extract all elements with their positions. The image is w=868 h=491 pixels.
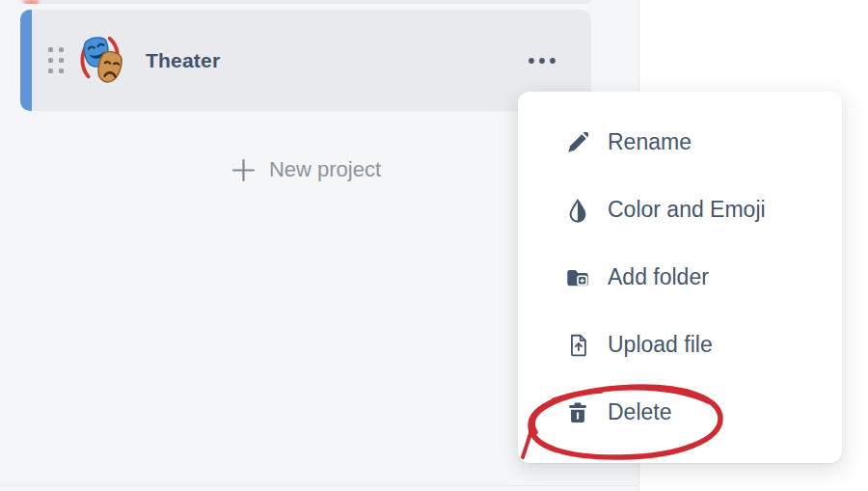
menu-item-color-and-emoji[interactable]: Color and Emoji xyxy=(518,177,842,244)
plus-icon xyxy=(231,157,257,183)
file-upload-icon xyxy=(564,332,591,359)
menu-item-upload-file[interactable]: Upload file xyxy=(518,312,842,379)
more-options-button[interactable] xyxy=(524,51,560,70)
menu-item-label: Delete xyxy=(608,399,671,425)
previous-project-item[interactable] xyxy=(20,0,591,4)
new-project-label: New project xyxy=(269,157,381,182)
theater-masks-emoji xyxy=(76,35,128,87)
project-context-menu: Rename Color and Emoji xyxy=(518,92,842,463)
menu-item-label: Add folder xyxy=(608,264,709,290)
menu-item-label: Color and Emoji xyxy=(608,197,766,223)
selected-accent-bar xyxy=(20,10,32,111)
drag-handle-icon[interactable] xyxy=(48,47,64,73)
menu-item-add-folder[interactable]: Add folder xyxy=(518,244,842,312)
droplet-icon xyxy=(564,197,591,224)
menu-item-label: Upload file xyxy=(608,332,713,358)
project-item-theater[interactable]: Theater xyxy=(20,10,591,111)
trash-icon xyxy=(564,399,591,426)
menu-item-label: Rename xyxy=(608,129,692,155)
partial-emoji xyxy=(23,0,40,4)
sidebar-section-divider xyxy=(0,485,639,486)
project-title: Theater xyxy=(146,49,220,72)
folder-plus-icon xyxy=(564,264,591,291)
app-window: Theater New project xyxy=(0,0,868,491)
ellipsis-icon xyxy=(528,57,556,65)
menu-item-rename[interactable]: Rename xyxy=(518,109,842,177)
pencil-icon xyxy=(564,129,591,156)
menu-item-delete[interactable]: Delete xyxy=(518,379,842,447)
